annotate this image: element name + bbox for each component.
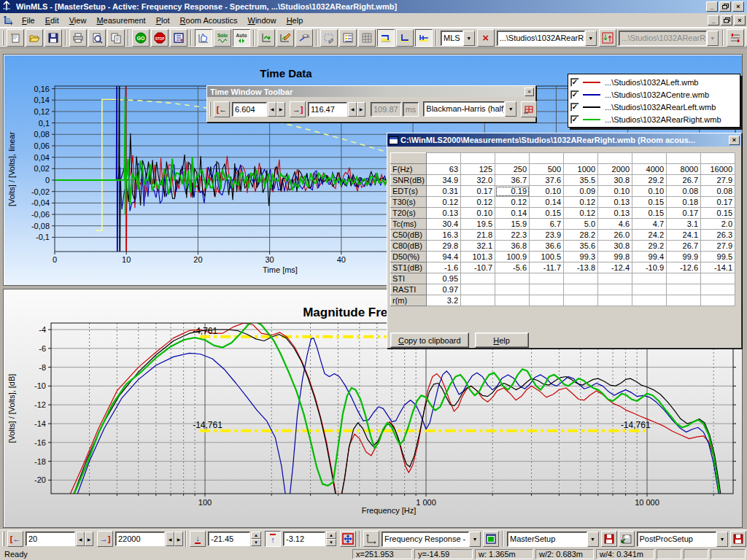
table-cell[interactable]: 3.2 bbox=[427, 295, 461, 306]
table-cell[interactable]: 0.12 bbox=[564, 197, 598, 208]
x-min-spinner[interactable]: ◀▶ bbox=[76, 532, 93, 546]
window-type-combo[interactable]: Blackman-Harris (half) ▼ bbox=[423, 101, 516, 117]
plot-edit-button[interactable] bbox=[276, 29, 294, 47]
copy-button[interactable] bbox=[107, 29, 125, 47]
table-cell[interactable]: 0.12 bbox=[427, 197, 461, 208]
pan-hand-button[interactable] bbox=[195, 29, 212, 47]
y-max-spinner[interactable]: ▲▼ bbox=[326, 532, 336, 546]
table-cell[interactable]: 15.9 bbox=[495, 219, 530, 230]
table-cell[interactable]: 26.7 bbox=[667, 241, 701, 252]
toolbar-grip[interactable] bbox=[2, 31, 4, 45]
stop-button[interactable]: STOP bbox=[151, 29, 169, 47]
x-max-spinner[interactable]: ◀▶ bbox=[166, 532, 183, 546]
table-cell[interactable]: 0.95 bbox=[427, 273, 461, 284]
master-setup-combo[interactable]: MasterSetup ▼ bbox=[507, 532, 599, 547]
table-cell[interactable]: 29.2 bbox=[632, 241, 667, 252]
table-cell[interactable]: 99.8 bbox=[598, 252, 632, 262]
table-cell[interactable]: -14.1 bbox=[701, 262, 735, 273]
room-acoustics-table[interactable]: F(Hz)63125250500100020004000800016000SNR… bbox=[390, 152, 735, 306]
table-cell[interactable]: 36.6 bbox=[530, 241, 564, 252]
table-cell[interactable]: 26.7 bbox=[667, 175, 701, 186]
table-cell[interactable]: 63 bbox=[427, 164, 461, 175]
table-cell[interactable]: 0.14 bbox=[495, 208, 530, 219]
table-cell[interactable]: 0.09 bbox=[564, 186, 598, 197]
cursor-both-button[interactable] bbox=[415, 29, 433, 47]
table-cell[interactable]: 250 bbox=[495, 164, 530, 175]
table-cell[interactable]: 34.9 bbox=[427, 175, 461, 186]
table-cell[interactable]: 36.7 bbox=[495, 175, 530, 186]
close-icon[interactable]: × bbox=[525, 88, 534, 96]
table-cell[interactable]: 16000 bbox=[701, 164, 735, 175]
chevron-down-icon[interactable]: ▼ bbox=[716, 532, 728, 547]
table-cell[interactable]: 19.5 bbox=[461, 219, 495, 230]
table-cell[interactable]: 99.4 bbox=[632, 252, 667, 262]
table-cell[interactable]: 35.5 bbox=[564, 175, 598, 186]
table-cell[interactable]: 16.3 bbox=[427, 230, 461, 241]
table-cell[interactable]: -13.8 bbox=[564, 262, 598, 273]
table-cell[interactable] bbox=[495, 273, 530, 284]
save-button[interactable] bbox=[44, 29, 62, 47]
table-cell[interactable]: 27.9 bbox=[701, 241, 735, 252]
table-cell[interactable]: 0.10 bbox=[598, 186, 632, 197]
table-cell[interactable]: 0.10 bbox=[461, 208, 495, 219]
table-cell[interactable]: -5.6 bbox=[495, 262, 530, 273]
table-cell[interactable]: 0.13 bbox=[598, 197, 632, 208]
active-measurement-combo[interactable]: ...\Studios\1032ARearRigh ▼ bbox=[497, 31, 597, 46]
plot-type-combo[interactable]: Frequency Response - S ▼ bbox=[382, 532, 481, 547]
x-min-input[interactable] bbox=[26, 532, 75, 546]
grid-toggle-button[interactable] bbox=[358, 29, 376, 47]
table-cell[interactable]: 0.31 bbox=[427, 186, 461, 197]
axes-setup-button[interactable] bbox=[363, 531, 379, 547]
table-cell[interactable] bbox=[564, 273, 598, 284]
y-min-spinner[interactable]: ▲▼ bbox=[251, 532, 261, 546]
table-cell[interactable] bbox=[667, 295, 701, 306]
menu-item-window[interactable]: Window bbox=[242, 15, 281, 26]
y-max-input[interactable] bbox=[283, 532, 325, 546]
table-cell[interactable]: 0.10 bbox=[530, 186, 564, 197]
measurement-settings-button[interactable] bbox=[170, 29, 187, 47]
table-cell[interactable] bbox=[530, 295, 564, 306]
time-window-toolbar-titlebar[interactable]: Time Window Toolbar × bbox=[207, 86, 535, 97]
table-cell[interactable]: 0.18 bbox=[667, 197, 701, 208]
table-cell[interactable]: 99.5 bbox=[701, 252, 735, 262]
table-cell[interactable]: 37.6 bbox=[530, 175, 564, 186]
table-cell[interactable]: 4.6 bbox=[598, 219, 632, 230]
table-cell[interactable]: 21.8 bbox=[461, 230, 495, 241]
table-cell[interactable]: 6.7 bbox=[530, 219, 564, 230]
table-cell[interactable]: 32.1 bbox=[461, 241, 495, 252]
table-cell[interactable]: 0.15 bbox=[632, 197, 667, 208]
table-cell[interactable] bbox=[632, 295, 667, 306]
auto-button[interactable]: Auto bbox=[233, 29, 250, 47]
y-min-input[interactable] bbox=[208, 532, 250, 546]
table-cell[interactable]: -12.4 bbox=[598, 262, 632, 273]
table-cell[interactable]: 4000 bbox=[632, 164, 667, 175]
child-close-button[interactable]: × bbox=[734, 15, 746, 26]
table-cell[interactable]: 0.12 bbox=[461, 197, 495, 208]
print-button[interactable] bbox=[69, 29, 87, 47]
copy-to-clipboard-button[interactable]: Copy to clipboard bbox=[390, 332, 469, 348]
table-cell[interactable] bbox=[564, 295, 598, 306]
cursor-vertical-button[interactable] bbox=[396, 29, 414, 47]
window-stop-button[interactable]: →] bbox=[290, 101, 306, 117]
table-cell[interactable] bbox=[461, 284, 495, 295]
table-cell[interactable]: 36.8 bbox=[495, 241, 530, 252]
plot-window-button[interactable] bbox=[483, 531, 499, 547]
table-cell[interactable]: 0.12 bbox=[564, 208, 598, 219]
table-cell[interactable]: 99.9 bbox=[667, 252, 701, 262]
table-cell[interactable]: 0.17 bbox=[701, 197, 735, 208]
y-max-button[interactable]: ↑ bbox=[265, 531, 281, 547]
window-stop-spinner[interactable]: ◀▶ bbox=[348, 102, 365, 117]
cursor-horizontal-button[interactable] bbox=[377, 29, 395, 47]
table-cell[interactable]: 30.8 bbox=[598, 241, 632, 252]
menu-item-file[interactable]: File bbox=[17, 15, 40, 26]
table-cell[interactable]: -10.7 bbox=[461, 262, 495, 273]
table-cell[interactable]: 28.2 bbox=[564, 230, 598, 241]
plot-cursor-button[interactable] bbox=[258, 29, 275, 47]
plot-erase-button[interactable] bbox=[295, 29, 313, 47]
child-restore-button[interactable] bbox=[721, 15, 732, 26]
table-cell[interactable]: 125 bbox=[461, 164, 495, 175]
menu-item-help[interactable]: Help bbox=[282, 15, 309, 26]
close-icon[interactable]: × bbox=[729, 136, 740, 145]
table-cell[interactable]: -1.6 bbox=[427, 262, 461, 273]
table-cell[interactable] bbox=[632, 273, 667, 284]
